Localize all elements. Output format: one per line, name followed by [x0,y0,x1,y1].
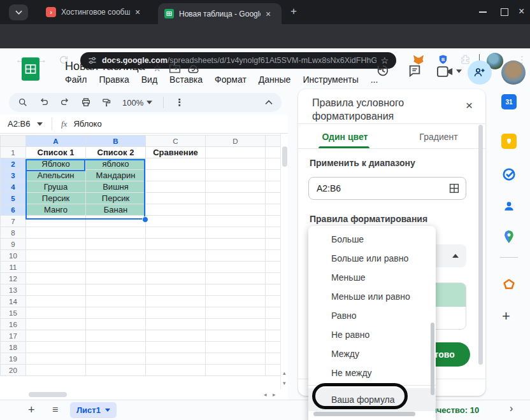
dropdown-scrollbar-thumb[interactable] [431,323,434,395]
row-header-11[interactable]: 11 [1,262,26,273]
window-maximize-button[interactable] [501,8,508,16]
cell-D18[interactable] [206,342,266,353]
name-box[interactable]: A2:B6 [8,119,37,129]
calendar-app-icon[interactable]: 31 [501,94,517,109]
cell-C9[interactable] [146,239,206,250]
zoom-control[interactable]: 100% [122,98,152,108]
cell-C15[interactable] [146,307,206,319]
cell-C12[interactable] [146,273,206,284]
menu-item-Меньше[interactable]: Меньше [308,268,436,287]
cell-B3[interactable]: Мандарин [86,170,146,181]
name-box-dropdown-icon[interactable] [37,122,43,126]
cell-E4[interactable] [266,181,281,193]
panel-scrollbar-thumb[interactable] [478,125,483,365]
sheet-tab-active[interactable]: Лист1 [70,402,117,418]
cell-D5[interactable] [206,193,266,204]
cell-D17[interactable] [206,330,266,342]
vertical-scrollbar[interactable]: ▴ ▾ [280,134,289,389]
horizontal-scrollbar[interactable]: ◂ ▸ [0,389,288,400]
window-close-button[interactable]: × [519,6,524,17]
cell-E10[interactable] [266,250,281,262]
extensions-puzzle-icon[interactable] [460,54,471,65]
tasks-app-icon[interactable] [501,167,517,182]
cell-D19[interactable] [206,353,266,365]
side-panel-chevron-icon[interactable]: › [510,403,513,414]
tab-single-color[interactable]: Один цвет [298,125,392,148]
menu-item-Не между[interactable]: Не между [308,363,436,382]
cell-A10[interactable] [26,250,86,262]
version-history-icon[interactable] [376,64,390,78]
cell-E18[interactable] [266,342,281,353]
row-header-19[interactable]: 19 [1,353,26,365]
menu-Файл[interactable]: Файл [65,74,87,85]
cell-C3[interactable] [146,170,206,181]
menu-Формат[interactable]: Формат [215,74,247,85]
cell-A15[interactable] [26,307,86,319]
col-header-B[interactable]: B [86,136,146,147]
cell-A2[interactable]: Яблоко [26,158,86,170]
menu-item-Между[interactable]: Между [308,344,436,363]
menu-Инструменты[interactable]: Инструменты [303,74,358,85]
menu-Вставка[interactable]: Вставка [169,74,203,85]
cell-C7[interactable] [146,216,206,227]
cell-D12[interactable] [206,273,266,284]
cell-C5[interactable] [146,193,206,204]
all-sheets-icon[interactable]: ≡ [52,404,58,416]
cell-B13[interactable] [86,284,146,296]
cell-E7[interactable] [266,216,281,227]
row-header-20[interactable]: 20 [1,365,26,376]
cell-B8[interactable] [86,227,146,239]
cell-E8[interactable] [266,227,281,239]
tab1-close-icon[interactable]: × [135,8,140,17]
cell-D2[interactable] [206,158,266,170]
cell-B20[interactable] [86,365,146,376]
formula-input[interactable]: Яблоко [73,119,101,129]
cell-E17[interactable] [266,330,281,342]
cell-B17[interactable] [86,330,146,342]
cell-C11[interactable] [146,262,206,273]
menu-Данные[interactable]: Данные [259,74,291,85]
cell-A17[interactable] [26,330,86,342]
range-input[interactable]: A2:B6 [308,177,466,200]
row-header-14[interactable]: 14 [1,296,26,307]
cell-B2[interactable]: яблоко [86,158,146,170]
cell-E11[interactable] [266,262,281,273]
redo-icon[interactable] [60,97,70,108]
menu-item-Меньше или равно[interactable]: Меньше или равно [308,287,436,306]
cell-A18[interactable] [26,342,86,353]
new-tab-button[interactable]: + [290,5,297,18]
row-header-10[interactable]: 10 [1,250,26,262]
comments-icon[interactable] [408,64,422,78]
menu-item-Больше или равно[interactable]: Больше или равно [308,249,436,268]
cell-D13[interactable] [206,284,266,296]
col-header-D[interactable]: D [206,136,266,147]
maps-app-icon[interactable] [501,229,517,244]
window-minimize-button[interactable] [479,11,487,13]
row-header-1[interactable]: 1 [1,147,26,158]
cell-E14[interactable] [266,296,281,307]
cell-A3[interactable]: Апельсин [26,170,86,181]
spreadsheet-grid[interactable]: ABCD 1Список 1Список 2Сравнение2Яблокояб… [0,134,288,400]
cell-E9[interactable] [266,239,281,250]
row-header-13[interactable]: 13 [1,284,26,296]
menu-item-Равно[interactable]: Равно [308,306,436,325]
row-header-17[interactable]: 17 [1,330,26,342]
menu-item-Больше[interactable]: Больше [308,230,436,249]
tab-search-button[interactable] [9,4,28,20]
undo-icon[interactable] [39,97,49,108]
menu-Правка[interactable]: Правка [99,74,129,85]
col-header-partial[interactable] [266,136,281,147]
add-sheet-icon[interactable]: + [28,403,35,417]
row-header-9[interactable]: 9 [1,239,26,250]
cell-A1[interactable]: Список 1 [26,147,86,158]
cell-C16[interactable] [146,319,206,330]
cloud-status-icon[interactable] [187,64,199,74]
tab2-close-icon[interactable]: × [266,10,271,18]
row-header-15[interactable]: 15 [1,307,26,319]
vertical-scrollbar-thumb[interactable] [282,146,287,167]
cell-D7[interactable] [206,216,266,227]
dropdown-hscrollbar-thumb[interactable] [313,412,415,416]
menu-item-Не равно[interactable]: Не равно [308,325,436,344]
cell-E3[interactable] [266,170,281,181]
cell-C4[interactable] [146,181,206,193]
